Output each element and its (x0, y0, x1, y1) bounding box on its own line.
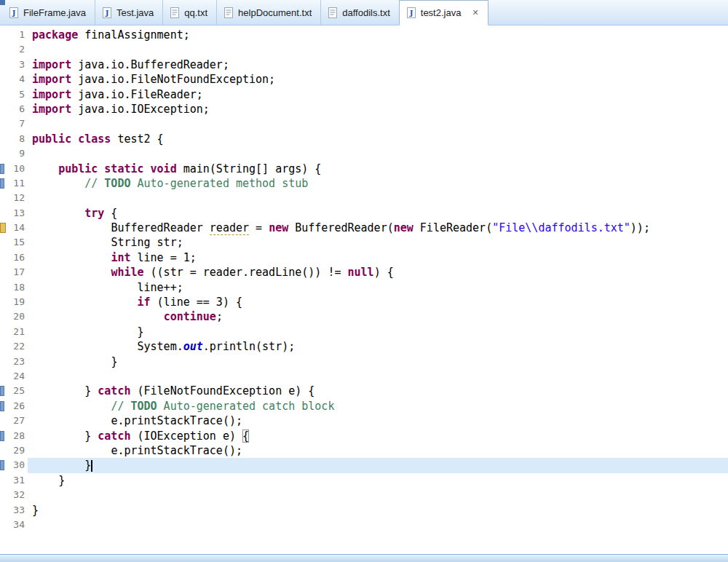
line-number: 27 (7, 413, 28, 428)
code-line-29[interactable]: 29 e.printStackTrace(); (0, 443, 728, 458)
code-text: } (28, 325, 728, 339)
code-segment: import (32, 88, 71, 101)
code-segment: ) { (374, 266, 394, 279)
code-line-17[interactable]: 17 while ((str = reader.readLine()) != n… (0, 265, 728, 280)
task-marker[interactable] (0, 401, 4, 411)
code-line-27[interactable]: 27 e.printStackTrace(); (0, 413, 728, 428)
line-number: 26 (7, 399, 28, 413)
code-segment: } (32, 430, 98, 443)
code-text: } catch (IOException e) { (28, 429, 728, 443)
code-text: } (28, 503, 728, 518)
code-segment: new (394, 221, 414, 234)
code-line-32[interactable]: 32 (0, 488, 728, 502)
line-number: 9 (7, 146, 28, 161)
code-line-14[interactable]: 14 BufferedReader reader = new BufferedR… (0, 221, 728, 235)
code-line-10[interactable]: 10 public static void main(String[] args… (0, 162, 728, 176)
line-number: 32 (7, 488, 28, 502)
line-number: 22 (7, 339, 28, 354)
range-marker[interactable] (0, 460, 4, 470)
code-line-33[interactable]: 33} (0, 503, 728, 518)
code-segment: if (138, 296, 151, 309)
code-segment: // (32, 177, 104, 190)
code-line-4[interactable]: 4import java.io.FileNotFoundException; (0, 72, 728, 87)
range-marker[interactable] (0, 164, 4, 174)
line-number: 5 (7, 87, 28, 102)
code-text: public static void main(String[] args) { (28, 162, 728, 176)
code-line-22[interactable]: 22 System.out.println(str); (0, 339, 728, 354)
editor-tab-helpdocument-txt[interactable]: helpDocument.txt (217, 0, 321, 25)
code-line-18[interactable]: 18 line++; (0, 280, 728, 295)
close-icon[interactable]: ✕ (472, 9, 478, 17)
code-segment (32, 310, 164, 323)
annotation-ruler-cell (0, 295, 7, 309)
code-line-16[interactable]: 16 int line = 1; (0, 250, 728, 265)
editor-tab-fileframe-java[interactable]: JFileFrame.java (2, 0, 95, 25)
code-text: BufferedReader reader = new BufferedRead… (28, 221, 728, 235)
code-segment: finalAssignment; (78, 28, 190, 41)
range-marker[interactable] (0, 431, 4, 441)
code-text (28, 191, 728, 205)
code-segment: import (32, 103, 71, 116)
code-text (28, 369, 728, 384)
code-line-28[interactable]: 28 } catch (IOException e) { (0, 429, 728, 443)
code-segment: import (32, 58, 71, 71)
code-segment (71, 132, 78, 146)
editor-tab-test2-java[interactable]: Jtest2.java✕ (399, 0, 488, 25)
java-file-icon: J (102, 7, 112, 18)
annotation-ruler-cell (0, 473, 7, 488)
code-segment: .println(str); (203, 340, 295, 353)
code-editor[interactable]: 1package finalAssignment;23import java.i… (0, 25, 728, 555)
code-line-11[interactable]: 11 // TODO Auto-generated method stub (0, 176, 728, 191)
code-line-24[interactable]: 24 (0, 369, 728, 384)
code-text: } catch (FileNotFoundException e) { (28, 384, 728, 398)
annotation-ruler-cell (0, 443, 7, 458)
annotation-ruler-cell (0, 413, 7, 428)
code-line-13[interactable]: 13 try { (0, 206, 728, 221)
code-line-2[interactable]: 2 (0, 42, 728, 57)
warning-marker[interactable] (0, 223, 6, 233)
code-segment (32, 266, 111, 279)
task-marker[interactable] (0, 178, 4, 189)
code-line-7[interactable]: 7 (0, 116, 728, 131)
line-number: 7 (7, 116, 28, 131)
annotation-ruler-cell (0, 162, 7, 176)
code-text: } (28, 355, 728, 369)
code-line-6[interactable]: 6import java.io.IOException; (0, 102, 728, 116)
code-segment (32, 296, 138, 309)
code-line-34[interactable]: 34 (0, 518, 728, 532)
annotation-ruler-cell (0, 355, 7, 369)
code-line-3[interactable]: 3import java.io.BufferedReader; (0, 58, 728, 72)
annotation-ruler-cell (0, 58, 7, 72)
code-segment: package (32, 28, 78, 41)
editor-tab-test-java[interactable]: JTest.java (95, 0, 163, 25)
annotation-ruler-cell (0, 384, 7, 398)
code-line-23[interactable]: 23 } (0, 355, 728, 369)
code-line-25[interactable]: 25 } catch (FileNotFoundException e) { (0, 384, 728, 398)
annotation-ruler-cell (0, 265, 7, 280)
code-line-19[interactable]: 19 if (line == 3) { (0, 295, 728, 309)
code-line-8[interactable]: 8public class test2 { (0, 132, 728, 146)
line-number: 13 (7, 206, 28, 221)
code-text: try { (28, 206, 728, 221)
code-line-5[interactable]: 5import java.io.FileReader; (0, 87, 728, 102)
code-text: } (28, 458, 728, 472)
range-marker[interactable] (0, 386, 4, 396)
code-line-21[interactable]: 21 } (0, 325, 728, 339)
code-line-15[interactable]: 15 String str; (0, 235, 728, 250)
code-segment: while (111, 266, 143, 279)
bottom-panel-edge[interactable] (0, 554, 728, 562)
code-line-12[interactable]: 12 (0, 191, 728, 205)
line-number: 29 (7, 443, 28, 458)
editor-tab-qq-txt[interactable]: qq.txt (163, 0, 217, 25)
line-number: 2 (7, 42, 28, 57)
code-line-30[interactable]: 30 } (0, 458, 728, 472)
code-text: e.printStackTrace(); (28, 413, 728, 428)
editor-tab-daffodils-txt[interactable]: daffodils.txt (321, 0, 400, 25)
annotation-ruler-cell (0, 87, 7, 102)
code-line-20[interactable]: 20 continue; (0, 309, 728, 324)
code-line-1[interactable]: 1package finalAssignment; (0, 28, 728, 42)
code-line-26[interactable]: 26 // TODO Auto-generated catch block (0, 399, 728, 413)
code-line-31[interactable]: 31 } (0, 473, 728, 488)
line-number: 3 (7, 58, 28, 72)
code-line-9[interactable]: 9 (0, 146, 728, 161)
